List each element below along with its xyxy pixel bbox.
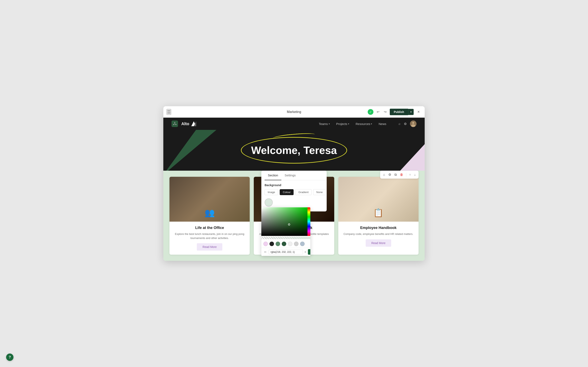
color-ok-button[interactable]: Ok [308,249,310,255]
top-bar: ☰ Marketing ✓ ↩ ↪ Publish ▾ × [163,106,425,118]
site-header: Alto Teams ▾ Projects ▾ Resources ▾ News [163,118,425,130]
bg-none-button[interactable]: None [313,189,326,195]
section-settings-panel: Section Settings Background Image Colour… [261,171,327,211]
color-picker-popup: ✏ ✕ Ok [261,207,310,256]
delete-action-icon[interactable]: 🗑 [399,173,404,177]
panel-tabs: Section Settings [261,171,327,180]
publish-dropdown-button[interactable]: ▾ [408,109,414,115]
nav-item-resources[interactable]: Resources ▾ [356,122,372,125]
card-office-title: Life at the Office [173,226,246,230]
bg-image-button[interactable]: Image [265,189,278,195]
card-employee-title: Employee Handbook [342,226,415,230]
color-saturation-area[interactable] [261,207,307,236]
hue-slider[interactable] [307,207,310,236]
top-bar-actions: ✓ ↩ ↪ Publish ▾ × [368,109,421,115]
move-down-action-icon[interactable]: ↓ [414,173,416,177]
nav-item-news[interactable]: News [379,122,386,125]
check-status-icon: ✓ [368,109,373,115]
nav-item-teams[interactable]: Teams ▾ [319,122,329,125]
home-action-icon[interactable]: ⌂ [383,173,385,177]
color-swatches [261,240,310,248]
site-header-actions: ⌕ ⚙ [398,120,416,127]
logo-triangle-icon [191,121,196,126]
swatch-white[interactable] [288,242,292,246]
card-employee-read-more-button[interactable]: Read More [366,239,391,247]
action-divider [406,173,406,177]
alpha-slider[interactable] [261,237,310,239]
color-gradient-container [261,207,310,236]
welcome-ellipse [241,137,347,164]
resources-chevron-icon: ▾ [371,123,372,125]
swatch-green-dark[interactable] [282,242,286,246]
swatch-black[interactable] [269,242,274,246]
card-office-image [169,177,250,222]
swatch-gray[interactable] [294,242,298,246]
card-employee: Employee Handbook Company code, employee… [338,177,419,255]
swatch-green-mid[interactable] [276,242,280,246]
background-label: Background [265,184,323,187]
hero-section: Welcome, Teresa [163,130,425,171]
move-up-action-icon[interactable]: ↑ [409,173,411,177]
card-office: Life at the Office Explore the best lunc… [169,177,250,255]
site-logo[interactable]: Alto [181,121,196,126]
card-office-body: Life at the Office Explore the best lunc… [169,222,250,255]
search-icon[interactable]: ⌕ [398,122,401,125]
copy-action-icon[interactable]: ⧉ [394,173,397,177]
user-avatar[interactable] [410,120,416,127]
page-title: Marketing [287,110,301,114]
swatch-blue-gray[interactable] [300,242,305,246]
projects-chevron-icon: ▾ [348,123,349,125]
publish-button-group: Publish ▾ [390,109,414,115]
close-button[interactable]: × [416,109,421,115]
eyedropper-button[interactable]: ✏ [263,250,268,254]
color-hex-input[interactable] [269,250,303,254]
section-action-bar: ⌂ ⚙ ⧉ 🗑 ↑ ↓ [380,171,419,179]
card-employee-desc: Company code, employee benefits and HR r… [342,232,415,236]
logo-text: Alto [181,122,189,126]
panel-body: Background Image Colour Gradient None [261,180,327,211]
content-area: ⌂ ⚙ ⧉ 🗑 ↑ ↓ Life at the Office Explore t… [163,171,425,261]
swatch-pink[interactable] [263,242,268,246]
bg-gradient-button[interactable]: Gradient [295,189,311,195]
hero-bg-pink [400,144,425,171]
svg-point-8 [412,122,414,124]
browser-window: ☰ Marketing ✓ ↩ ↪ Publish ▾ × Alto [163,106,425,261]
tab-settings[interactable]: Settings [281,171,299,180]
color-clear-button[interactable]: ✕ [304,250,307,254]
background-options: Image Colour Gradient None [265,189,323,195]
card-office-desc: Explore the best lunch restaurants, join… [173,232,246,240]
org-icon [172,120,178,127]
nav-item-projects[interactable]: Projects ▾ [336,122,349,125]
undo-button[interactable]: ↩ [375,109,380,115]
settings-gear-icon[interactable]: ⚙ [404,122,407,126]
tab-section[interactable]: Section [265,171,281,180]
active-color-swatch[interactable] [265,198,273,207]
card-employee-body: Employee Handbook Company code, employee… [338,222,419,251]
hero-triangle-dark [163,130,196,171]
site-navigation: Teams ▾ Projects ▾ Resources ▾ News [319,122,386,125]
card-employee-image [338,177,419,222]
teams-chevron-icon: ▾ [329,123,330,125]
svg-rect-0 [174,122,175,123]
bg-colour-button[interactable]: Colour [280,189,294,195]
redo-button[interactable]: ↪ [383,109,388,115]
card-office-read-more-button[interactable]: Read More [197,243,222,250]
hamburger-menu-button[interactable]: ☰ [167,109,171,115]
color-input-row: ✏ ✕ Ok [261,248,310,256]
publish-button[interactable]: Publish [390,109,408,115]
settings-action-icon[interactable]: ⚙ [388,172,392,177]
